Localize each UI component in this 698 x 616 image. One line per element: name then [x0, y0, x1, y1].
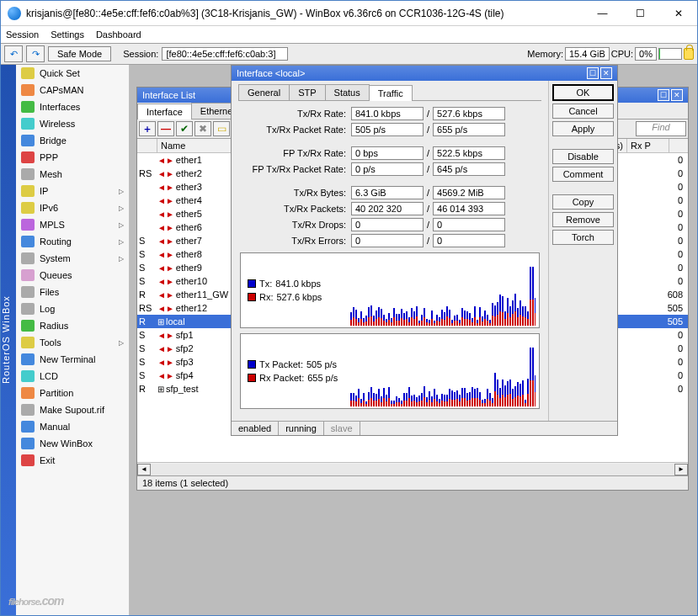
rx-swatch-icon	[248, 293, 256, 301]
sidebar-item-ppp[interactable]: PPP	[16, 149, 129, 166]
comment-button[interactable]: Comment	[552, 167, 614, 182]
sidebar-item-new-terminal[interactable]: New Terminal	[16, 351, 129, 368]
dialog-tab-status[interactable]: Status	[325, 84, 370, 100]
sidebar-item-partition[interactable]: Partition	[16, 385, 129, 401]
maximize-button[interactable]: ☐	[621, 1, 659, 25]
memory-label: Memory:	[527, 49, 563, 59]
menu-session[interactable]: Session	[6, 29, 39, 40]
mesh-icon	[21, 168, 35, 180]
dialog-titlebar[interactable]: Interface <local> ☐ ✕	[232, 66, 617, 81]
dialog-tab-traffic[interactable]: Traffic	[369, 85, 413, 101]
ethernet-icon: ◄►	[157, 290, 174, 300]
sidebar-item-files[interactable]: Files	[16, 284, 129, 300]
dialog-close-button[interactable]: ✕	[600, 67, 612, 79]
undo-button[interactable]: ↶	[4, 45, 23, 62]
disable-button[interactable]: ✖	[194, 121, 211, 136]
sidebar-item-radius[interactable]: Radius	[16, 317, 129, 334]
field-row: Tx/Rx Packets:40 202 320/46 014 393	[240, 202, 540, 215]
sidebar-item-log[interactable]: Log	[16, 300, 129, 317]
app-icon	[8, 7, 21, 20]
sidebar-item-tools[interactable]: Tools▷	[16, 334, 129, 351]
copy-button[interactable]: Copy	[552, 194, 614, 210]
new-winbox-icon	[21, 438, 35, 449]
field-value: 645 p/s	[433, 162, 505, 176]
sidebar-item-bridge[interactable]: Bridge	[16, 132, 129, 149]
enable-button[interactable]: ✔	[176, 121, 193, 136]
graph1-rx-value: 527.6 kbps	[277, 292, 322, 302]
field-row: FP Tx/Rx Packet Rate:0 p/s/645 p/s	[240, 162, 540, 176]
field-value: 0	[433, 218, 505, 231]
field-value: 40 202 320	[351, 202, 424, 215]
sidebar-item-ip[interactable]: IP▷	[16, 183, 129, 199]
bridge-icon: ⊞	[157, 385, 164, 394]
minimize-button[interactable]: —	[583, 1, 621, 25]
memory-value: 15.4 GiB	[565, 47, 610, 61]
sidebar-item-make-supout.rif[interactable]: Make Supout.rif	[16, 401, 129, 418]
sidebar-item-mpls[interactable]: MPLS▷	[16, 216, 129, 233]
add-button[interactable]: ＋	[139, 121, 156, 136]
comment-button[interactable]: ▭	[213, 121, 230, 136]
ethernet-icon: ◄►	[157, 304, 174, 313]
find-input[interactable]: Find	[636, 121, 686, 136]
sidebar-item-interfaces[interactable]: Interfaces	[16, 98, 129, 115]
system-icon	[21, 252, 35, 264]
sidebar-item-exit[interactable]: Exit	[16, 452, 129, 469]
dialog-tabs: GeneralSTPStatusTraffic	[238, 84, 541, 101]
remove-button[interactable]: —	[157, 121, 174, 136]
field-value: 4569.2 MiB	[433, 186, 505, 199]
redo-button[interactable]: ↷	[26, 45, 45, 62]
iface-list-close-button[interactable]: ✕	[671, 89, 683, 101]
sidebar-item-system[interactable]: System▷	[16, 250, 129, 267]
scroll-left-button[interactable]: ◄	[137, 464, 151, 475]
sidebar-item-wireless[interactable]: Wireless	[16, 115, 129, 132]
tx-packet-swatch-icon	[248, 360, 256, 369]
ok-button[interactable]: OK	[552, 84, 614, 101]
status-enabled: enabled	[232, 422, 279, 435]
window-title: krisjanis@[fe80::4e5e:cff:fef6:c0ab%3] (…	[26, 8, 583, 19]
graph1-tx-value: 841.0 kbps	[275, 279, 321, 289]
sidebar-item-quick-set[interactable]: Quick Set	[16, 65, 129, 82]
disable-button[interactable]: Disable	[552, 149, 614, 164]
col-rxp[interactable]: Rx P	[627, 139, 669, 152]
safe-mode-button[interactable]: Safe Mode	[48, 46, 111, 61]
dialog-tab-general[interactable]: General	[238, 84, 290, 100]
quick-set-icon	[21, 67, 35, 79]
iface-list-max-button[interactable]: ☐	[658, 89, 669, 101]
ethernet-icon: ◄►	[157, 344, 174, 353]
ethernet-icon: ◄►	[157, 196, 174, 205]
dialog-max-button[interactable]: ☐	[587, 67, 599, 79]
tab-interface[interactable]: Interface	[137, 104, 192, 119]
titlebar[interactable]: krisjanis@[fe80::4e5e:cff:fef6:c0ab%3] (…	[1, 1, 697, 26]
menu-settings[interactable]: Settings	[51, 29, 84, 40]
lock-icon[interactable]	[684, 48, 694, 60]
expand-icon: ▷	[119, 221, 124, 229]
sidebar-item-lcd[interactable]: LCD	[16, 368, 129, 385]
sidebar-item-ipv6[interactable]: IPv6▷	[16, 199, 129, 216]
sidebar-item-routing[interactable]: Routing▷	[16, 233, 129, 250]
remove-button[interactable]: Remove	[552, 212, 614, 227]
sidebar-item-new-winbox[interactable]: New WinBox	[16, 435, 129, 452]
ip-icon	[21, 185, 35, 197]
ethernet-icon: ◄►	[157, 250, 174, 259]
menu-dashboard[interactable]: Dashboard	[96, 29, 141, 40]
sidebar-item-queues[interactable]: Queues	[16, 267, 129, 284]
sidebar-item-mesh[interactable]: Mesh	[16, 166, 129, 183]
expand-icon: ▷	[119, 339, 124, 347]
mpls-icon	[21, 219, 35, 231]
cancel-button[interactable]: Cancel	[552, 104, 614, 119]
close-button[interactable]: ✕	[659, 1, 697, 25]
ethernet-icon: ◄►	[157, 277, 174, 286]
scroll-right-button[interactable]: ►	[674, 464, 688, 475]
sidebar-item-capsman[interactable]: CAPsMAN	[16, 82, 129, 98]
interface-dialog[interactable]: Interface <local> ☐ ✕ GeneralSTPStatusTr…	[231, 65, 618, 436]
sidebar-item-manual[interactable]: Manual	[16, 418, 129, 435]
dialog-tab-stp[interactable]: STP	[289, 84, 325, 100]
ethernet-icon: ◄►	[157, 236, 174, 246]
field-value: 6.3 GiB	[351, 186, 424, 199]
apply-button[interactable]: Apply	[552, 121, 614, 136]
torch-button[interactable]: Torch	[552, 230, 614, 245]
session-field[interactable]: [fe80::4e5e:cff:fef6:c0ab:3]	[162, 47, 288, 61]
h-scrollbar[interactable]: ◄ ►	[137, 462, 688, 475]
packet-graph: Tx Packet:505 p/s Rx Packet:655 p/s	[240, 333, 540, 409]
main-window: krisjanis@[fe80::4e5e:cff:fef6:c0ab%3] (…	[0, 0, 698, 616]
